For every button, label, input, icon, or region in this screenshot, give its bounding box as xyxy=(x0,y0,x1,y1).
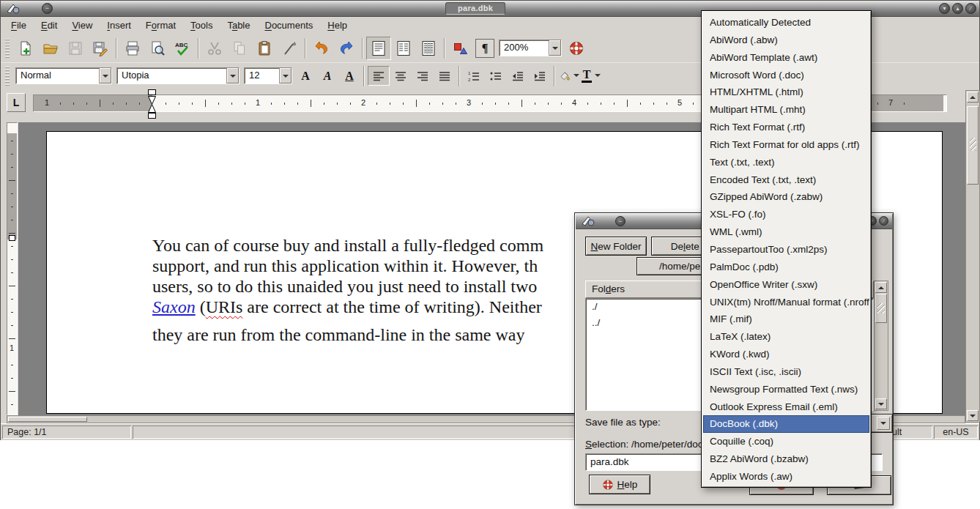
dialog-menu-button[interactable]: − xyxy=(615,216,626,226)
scroll-up-icon[interactable] xyxy=(967,92,979,103)
new-folder-button[interactable]: New Folder xyxy=(585,237,647,256)
folder-item[interactable]: ./ xyxy=(586,299,703,315)
print-button[interactable] xyxy=(120,37,145,60)
bullet-list-button[interactable] xyxy=(485,66,507,86)
help-button[interactable] xyxy=(564,37,589,60)
format-option[interactable]: OpenOffice Writer (.sxw) xyxy=(703,276,869,294)
redo-button[interactable] xyxy=(334,37,359,60)
folders-header[interactable]: Folders xyxy=(585,280,704,298)
italic-button[interactable]: A xyxy=(316,66,338,86)
underline-button[interactable]: A xyxy=(338,66,360,86)
top-margin-handle[interactable] xyxy=(9,235,15,241)
format-option[interactable]: DocBook (.dbk) xyxy=(703,415,869,433)
format-option[interactable]: LaTeX (.latex) xyxy=(703,328,869,346)
chevron-down-icon[interactable] xyxy=(877,417,890,430)
help-button[interactable]: Help xyxy=(589,475,650,494)
toolbar-grip[interactable] xyxy=(5,67,10,86)
save-as-button[interactable] xyxy=(88,37,113,60)
tab-stop-selector[interactable]: L xyxy=(7,93,26,112)
show-formatting-marks-button[interactable]: ¶ xyxy=(475,39,494,58)
format-option[interactable]: XSL-FO (.fo) xyxy=(703,206,869,223)
paste-button[interactable] xyxy=(252,37,277,60)
format-option[interactable]: Multipart HTML (.mht) xyxy=(703,101,869,119)
new-document-button[interactable] xyxy=(13,37,38,60)
font-combo[interactable]: Utopia xyxy=(116,67,240,84)
format-option[interactable]: WML (.wml) xyxy=(703,223,869,241)
vertical-scroll-thumb[interactable] xyxy=(967,106,979,185)
bold-button[interactable]: A xyxy=(294,66,316,86)
zoom-whole-page-button[interactable] xyxy=(448,37,473,60)
format-option[interactable]: Encoded Text (.txt, .text) xyxy=(703,171,869,189)
align-justify-button[interactable] xyxy=(434,66,456,86)
format-option[interactable]: HTML/XHTML (.html) xyxy=(703,83,869,101)
files-scroll-thumb[interactable] xyxy=(875,294,887,323)
highlight-color-button[interactable] xyxy=(558,66,580,86)
format-option[interactable]: Microsoft Word (.doc) xyxy=(703,67,869,84)
menu-format[interactable]: Format xyxy=(138,18,183,33)
format-option[interactable]: UNIX(tm) Nroff/Manual format (.nroff) xyxy=(703,294,869,311)
format-option[interactable]: GZipped AbiWord (.zabw) xyxy=(703,188,869,206)
format-option[interactable]: Rich Text Format for old apps (.rtf) xyxy=(703,136,869,154)
close-button[interactable]: ∕ xyxy=(965,3,976,14)
menu-table[interactable]: Table xyxy=(220,18,257,33)
menu-insert[interactable]: Insert xyxy=(100,18,138,33)
format-option[interactable]: KWord (.kwd) xyxy=(703,346,869,363)
align-center-button[interactable] xyxy=(390,66,412,86)
style-combo[interactable]: Normal xyxy=(15,67,112,84)
scroll-down-icon[interactable] xyxy=(875,398,887,409)
stylus-button[interactable] xyxy=(277,37,302,60)
align-right-button[interactable] xyxy=(412,66,434,86)
format-option[interactable]: MIF (.mif) xyxy=(703,311,869,328)
open-document-button[interactable] xyxy=(38,37,63,60)
format-option[interactable]: Applix Words (.aw) xyxy=(703,468,869,486)
vertical-scrollbar[interactable] xyxy=(965,90,980,423)
window-menu-button[interactable]: − xyxy=(42,3,53,14)
view-normal-button[interactable] xyxy=(366,37,391,60)
format-option[interactable]: AbiWord Template (.awt) xyxy=(703,49,869,67)
menu-file[interactable]: File xyxy=(4,18,34,33)
chevron-down-icon[interactable] xyxy=(279,68,292,83)
chevron-down-icon[interactable] xyxy=(595,70,601,83)
document-text[interactable]: You can of course buy and install a full… xyxy=(152,235,576,363)
scroll-down-icon[interactable] xyxy=(967,410,979,421)
size-combo[interactable]: 12 xyxy=(244,67,292,84)
numbered-list-button[interactable]: 12 xyxy=(463,66,485,86)
maximize-button[interactable]: ▴ xyxy=(952,3,963,14)
undo-button[interactable] xyxy=(309,37,334,60)
toolbar-grip[interactable] xyxy=(5,39,10,58)
format-option[interactable]: Coquille (.coq) xyxy=(703,433,869,450)
format-option[interactable]: AbiWord (.abw) xyxy=(703,31,869,49)
view-grid-button[interactable] xyxy=(416,37,441,60)
indent-marker[interactable] xyxy=(146,89,157,122)
saxon-hyperlink[interactable]: Saxon xyxy=(152,297,196,316)
format-option[interactable]: PalmDoc (.pdb) xyxy=(703,259,869,276)
increase-indent-button[interactable] xyxy=(529,66,551,86)
dialog-close-button[interactable]: ∕ xyxy=(879,216,888,226)
chevron-down-icon[interactable] xyxy=(99,68,111,83)
menu-tools[interactable]: Tools xyxy=(183,18,220,33)
chevron-down-icon[interactable] xyxy=(549,40,561,56)
chevron-down-icon[interactable] xyxy=(226,68,239,83)
format-option[interactable]: ISCII Text (.isc, .iscii) xyxy=(703,363,869,381)
decrease-indent-button[interactable] xyxy=(507,66,529,86)
format-option[interactable]: Text (.txt, .text) xyxy=(703,154,869,171)
font-color-button[interactable]: T xyxy=(580,66,602,86)
folder-item[interactable]: ../ xyxy=(586,315,703,331)
format-option[interactable]: BZ2 AbiWord (.bzabw) xyxy=(703,450,869,468)
view-columns-button[interactable] xyxy=(391,37,416,60)
menu-edit[interactable]: Edit xyxy=(34,18,64,33)
files-scrollbar[interactable] xyxy=(874,280,888,411)
scroll-up-icon[interactable] xyxy=(875,282,887,293)
folders-list[interactable]: ./../ xyxy=(585,298,704,411)
menu-documents[interactable]: Documents xyxy=(258,18,321,33)
zoom-combo[interactable]: 200% xyxy=(499,40,562,56)
shade-button[interactable]: ▾ xyxy=(939,3,950,14)
format-option[interactable]: Newsgroup Formatted Text (.nws) xyxy=(703,381,869,398)
menu-view[interactable]: View xyxy=(64,18,100,33)
print-preview-button[interactable] xyxy=(145,37,170,60)
format-option[interactable]: Rich Text Format (.rtf) xyxy=(703,119,869,136)
format-option[interactable]: Automatically Detected xyxy=(703,14,869,31)
format-option[interactable]: Outlook Express Email (.eml) xyxy=(703,398,869,416)
spellcheck-button[interactable]: ABC xyxy=(170,37,195,60)
horizontal-scroll-thumb[interactable] xyxy=(8,417,87,422)
